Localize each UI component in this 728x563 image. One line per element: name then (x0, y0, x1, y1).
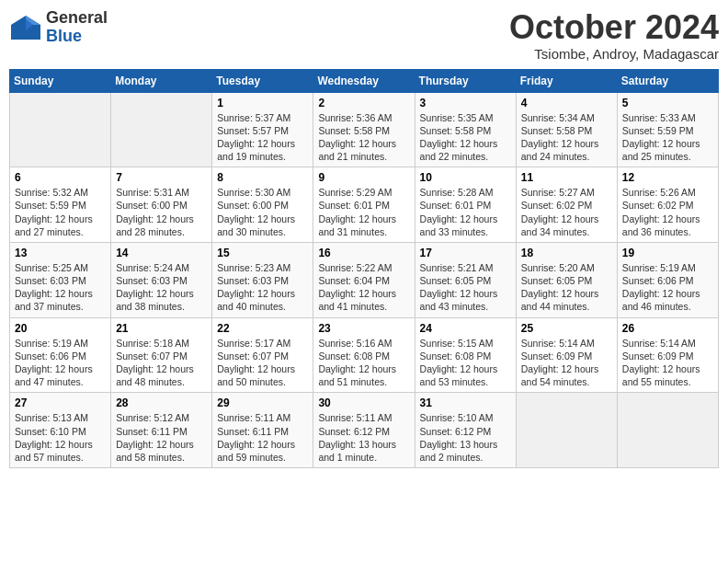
calendar-cell: 18Sunrise: 5:20 AM Sunset: 6:05 PM Dayli… (516, 242, 617, 317)
calendar-cell: 1Sunrise: 5:37 AM Sunset: 5:57 PM Daylig… (212, 92, 313, 167)
day-number: 15 (217, 247, 308, 259)
day-number: 18 (521, 247, 612, 259)
calendar-week-4: 20Sunrise: 5:19 AM Sunset: 6:06 PM Dayli… (10, 317, 719, 393)
day-info: Sunrise: 5:19 AM Sunset: 6:06 PM Dayligh… (622, 261, 713, 314)
day-info: Sunrise: 5:10 AM Sunset: 6:12 PM Dayligh… (420, 411, 511, 464)
day-info: Sunrise: 5:31 AM Sunset: 6:00 PM Dayligh… (116, 186, 207, 238)
day-info: Sunrise: 5:16 AM Sunset: 6:08 PM Dayligh… (318, 337, 409, 389)
day-number: 8 (217, 171, 308, 184)
day-number: 17 (420, 247, 511, 259)
calendar-cell: 15Sunrise: 5:23 AM Sunset: 6:03 PM Dayli… (212, 242, 313, 317)
day-number: 4 (521, 97, 612, 109)
day-number: 16 (318, 247, 409, 259)
day-number: 30 (318, 396, 409, 409)
day-info: Sunrise: 5:34 AM Sunset: 5:58 PM Dayligh… (521, 111, 612, 164)
calendar-cell: 19Sunrise: 5:19 AM Sunset: 6:06 PM Dayli… (617, 242, 718, 317)
day-number: 22 (217, 322, 308, 335)
day-number: 24 (420, 322, 511, 335)
calendar-cell (10, 92, 111, 167)
logo-text: General Blue (46, 9, 108, 46)
calendar-cell: 25Sunrise: 5:14 AM Sunset: 6:09 PM Dayli… (516, 317, 617, 393)
calendar-cell: 23Sunrise: 5:16 AM Sunset: 6:08 PM Dayli… (313, 317, 415, 393)
calendar-cell: 10Sunrise: 5:28 AM Sunset: 6:01 PM Dayli… (415, 167, 516, 243)
calendar-cell (516, 393, 617, 468)
day-info: Sunrise: 5:27 AM Sunset: 6:02 PM Dayligh… (521, 186, 612, 238)
calendar-cell: 22Sunrise: 5:17 AM Sunset: 6:07 PM Dayli… (212, 317, 313, 393)
day-info: Sunrise: 5:35 AM Sunset: 5:58 PM Dayligh… (420, 111, 511, 164)
day-info: Sunrise: 5:32 AM Sunset: 5:59 PM Dayligh… (15, 186, 106, 238)
calendar-cell: 31Sunrise: 5:10 AM Sunset: 6:12 PM Dayli… (415, 393, 516, 468)
weekday-header-saturday: Saturday (617, 69, 718, 92)
day-number: 2 (318, 97, 409, 109)
day-info: Sunrise: 5:17 AM Sunset: 6:07 PM Dayligh… (217, 337, 308, 389)
day-number: 7 (116, 171, 207, 184)
calendar-cell: 2Sunrise: 5:36 AM Sunset: 5:58 PM Daylig… (313, 92, 415, 167)
logo-icon (9, 14, 42, 41)
weekday-header-wednesday: Wednesday (313, 69, 415, 92)
calendar-cell: 9Sunrise: 5:29 AM Sunset: 6:01 PM Daylig… (313, 167, 415, 243)
calendar-cell: 3Sunrise: 5:35 AM Sunset: 5:58 PM Daylig… (415, 92, 516, 167)
day-number: 9 (318, 171, 409, 184)
calendar-cell: 29Sunrise: 5:11 AM Sunset: 6:11 PM Dayli… (212, 393, 313, 468)
day-info: Sunrise: 5:19 AM Sunset: 6:06 PM Dayligh… (15, 337, 106, 389)
logo-general-text: General (46, 8, 108, 27)
calendar-cell: 8Sunrise: 5:30 AM Sunset: 6:00 PM Daylig… (212, 167, 313, 243)
day-number: 6 (15, 171, 106, 184)
day-info: Sunrise: 5:25 AM Sunset: 6:03 PM Dayligh… (15, 261, 106, 314)
calendar-week-1: 1Sunrise: 5:37 AM Sunset: 5:57 PM Daylig… (10, 92, 719, 167)
month-title: October 2024 (509, 9, 719, 46)
day-info: Sunrise: 5:24 AM Sunset: 6:03 PM Dayligh… (116, 261, 207, 314)
day-info: Sunrise: 5:28 AM Sunset: 6:01 PM Dayligh… (420, 186, 511, 238)
calendar-cell: 14Sunrise: 5:24 AM Sunset: 6:03 PM Dayli… (111, 242, 212, 317)
day-number: 14 (116, 247, 207, 259)
day-info: Sunrise: 5:22 AM Sunset: 6:04 PM Dayligh… (318, 261, 409, 314)
day-info: Sunrise: 5:14 AM Sunset: 6:09 PM Dayligh… (521, 337, 612, 389)
day-info: Sunrise: 5:11 AM Sunset: 6:12 PM Dayligh… (318, 411, 409, 464)
day-number: 23 (318, 322, 409, 335)
calendar-cell: 5Sunrise: 5:33 AM Sunset: 5:59 PM Daylig… (617, 92, 718, 167)
calendar-week-2: 6Sunrise: 5:32 AM Sunset: 5:59 PM Daylig… (10, 167, 719, 243)
weekday-header-tuesday: Tuesday (212, 69, 313, 92)
calendar-body: 1Sunrise: 5:37 AM Sunset: 5:57 PM Daylig… (10, 92, 719, 467)
calendar-week-5: 27Sunrise: 5:13 AM Sunset: 6:10 PM Dayli… (10, 393, 719, 468)
calendar-cell: 16Sunrise: 5:22 AM Sunset: 6:04 PM Dayli… (313, 242, 415, 317)
day-info: Sunrise: 5:12 AM Sunset: 6:11 PM Dayligh… (116, 411, 207, 464)
logo: General Blue (9, 9, 108, 46)
day-number: 31 (420, 396, 511, 409)
weekday-header-row: SundayMondayTuesdayWednesdayThursdayFrid… (10, 69, 719, 92)
day-number: 20 (15, 322, 106, 335)
day-number: 28 (116, 396, 207, 409)
title-block: October 2024 Tsiombe, Androy, Madagascar (509, 9, 719, 62)
day-info: Sunrise: 5:18 AM Sunset: 6:07 PM Dayligh… (116, 337, 207, 389)
calendar-cell: 20Sunrise: 5:19 AM Sunset: 6:06 PM Dayli… (10, 317, 111, 393)
calendar-week-3: 13Sunrise: 5:25 AM Sunset: 6:03 PM Dayli… (10, 242, 719, 317)
page-header: General Blue October 2024 Tsiombe, Andro… (9, 9, 719, 62)
calendar-cell: 30Sunrise: 5:11 AM Sunset: 6:12 PM Dayli… (313, 393, 415, 468)
day-number: 29 (217, 396, 308, 409)
calendar-cell (617, 393, 718, 468)
calendar-cell: 17Sunrise: 5:21 AM Sunset: 6:05 PM Dayli… (415, 242, 516, 317)
day-number: 25 (521, 322, 612, 335)
calendar-table: SundayMondayTuesdayWednesdayThursdayFrid… (9, 69, 719, 468)
day-info: Sunrise: 5:23 AM Sunset: 6:03 PM Dayligh… (217, 261, 308, 314)
day-info: Sunrise: 5:36 AM Sunset: 5:58 PM Dayligh… (318, 111, 409, 164)
day-number: 12 (622, 171, 713, 184)
calendar-cell: 13Sunrise: 5:25 AM Sunset: 6:03 PM Dayli… (10, 242, 111, 317)
day-number: 27 (15, 396, 106, 409)
day-info: Sunrise: 5:14 AM Sunset: 6:09 PM Dayligh… (622, 337, 713, 389)
day-number: 21 (116, 322, 207, 335)
weekday-header-monday: Monday (111, 69, 212, 92)
day-info: Sunrise: 5:20 AM Sunset: 6:05 PM Dayligh… (521, 261, 612, 314)
day-info: Sunrise: 5:30 AM Sunset: 6:00 PM Dayligh… (217, 186, 308, 238)
calendar-cell: 21Sunrise: 5:18 AM Sunset: 6:07 PM Dayli… (111, 317, 212, 393)
day-number: 11 (521, 171, 612, 184)
location-subtitle: Tsiombe, Androy, Madagascar (509, 46, 719, 62)
day-info: Sunrise: 5:13 AM Sunset: 6:10 PM Dayligh… (15, 411, 106, 464)
day-info: Sunrise: 5:11 AM Sunset: 6:11 PM Dayligh… (217, 411, 308, 464)
weekday-header-sunday: Sunday (10, 69, 111, 92)
day-number: 5 (622, 97, 713, 109)
day-info: Sunrise: 5:21 AM Sunset: 6:05 PM Dayligh… (420, 261, 511, 314)
calendar-header: SundayMondayTuesdayWednesdayThursdayFrid… (10, 69, 719, 92)
day-info: Sunrise: 5:26 AM Sunset: 6:02 PM Dayligh… (622, 186, 713, 238)
calendar-cell: 26Sunrise: 5:14 AM Sunset: 6:09 PM Dayli… (617, 317, 718, 393)
